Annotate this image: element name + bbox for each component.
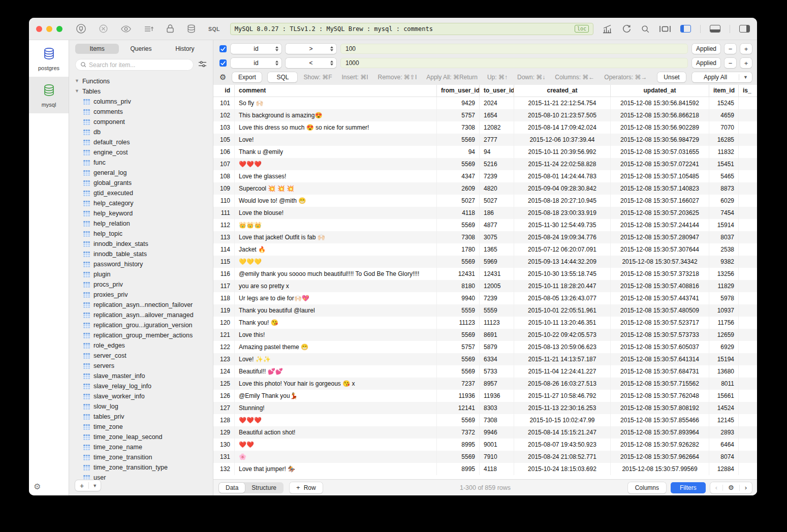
cell-comment[interactable]: Love that jumper! 🏇 (235, 463, 437, 475)
cell-updated_at[interactable]: 2015-12-08 15:30:57.808192 (611, 402, 709, 414)
cell-to_user_id[interactable]: 186 (480, 207, 514, 219)
connection-address-bar[interactable]: MySQL 8.0.27 : TLSv1.2 : MySQL Brew : my… (230, 23, 593, 35)
cell-item_id[interactable]: 7454 (709, 207, 739, 219)
cell-created_at[interactable]: 2015-08-26 16:03:27.513 (514, 378, 611, 390)
table-row[interactable]: 108Love the glasses!434772392015-08-01 1… (213, 170, 757, 182)
sidebar-table-item[interactable]: replication_grou...iguration_version (75, 320, 213, 330)
cell-created_at[interactable]: 2015-09-13 14:44:32.209 (514, 256, 611, 268)
cell-updated_at[interactable]: 2015-12-08 15:30:57.373218 (611, 268, 709, 280)
sidebar-table-item[interactable]: slave_relay_log_info (75, 381, 213, 391)
cell-item_id[interactable]: 8011 (709, 378, 739, 390)
minimize-window-button[interactable] (46, 26, 52, 32)
sidebar-table-item[interactable]: password_history (75, 259, 213, 269)
cell-from_user_id[interactable]: 5027 (437, 195, 480, 207)
cell-item_id[interactable]: 5465 (709, 170, 739, 182)
cell-created_at[interactable]: 2015-08-18 23:00:33.919 (514, 207, 611, 219)
column-header-id[interactable]: id (213, 85, 235, 97)
add-item-button[interactable]: + ▼ (75, 480, 101, 491)
cell-comment[interactable]: Thank you! 😘 (235, 317, 437, 329)
cell-to_user_id[interactable]: 7239 (480, 170, 514, 182)
cell-comment[interactable]: 🌸 (235, 451, 437, 463)
sidebar-table-item[interactable]: help_category (75, 198, 213, 208)
filters-button[interactable]: Filters (671, 482, 706, 493)
add-filter-button[interactable]: + (740, 44, 752, 54)
cell-id[interactable]: 117 (213, 280, 235, 292)
table-row[interactable]: 103Love this dress so much 😍 so nice for… (213, 121, 757, 134)
cell-item_id[interactable]: 12145 (709, 414, 739, 426)
lock-icon[interactable] (166, 24, 174, 34)
cell-comment[interactable]: Love! (235, 134, 437, 146)
cell-to_user_id[interactable]: 3075 (480, 231, 514, 243)
cell-is_[interactable] (739, 146, 757, 158)
cell-item_id[interactable]: 15451 (709, 158, 739, 170)
table-row[interactable]: 128❤️❤️❤️556973082015-10-15 10:02:47.992… (213, 414, 757, 426)
cell-created_at[interactable]: 2015-08-10 21:23:57.505 (514, 109, 611, 121)
cell-created_at[interactable]: 2015-08-01 14:24:44.783 (514, 170, 611, 182)
cell-from_user_id[interactable]: 7308 (437, 231, 480, 243)
close-window-button[interactable] (36, 26, 42, 32)
cell-created_at[interactable]: 2015-11-04 12:24:41.227 (514, 365, 611, 378)
cell-item_id[interactable]: 11829 (709, 280, 739, 292)
cell-id[interactable]: 105 (213, 134, 235, 146)
cell-id[interactable]: 109 (213, 182, 235, 195)
cell-from_user_id[interactable]: 5569 (437, 353, 480, 365)
sql-editor-icon[interactable]: SQL (208, 26, 220, 32)
sidebar-table-item[interactable]: time_zone_name (75, 442, 213, 452)
cell-to_user_id[interactable]: 4820 (480, 182, 514, 195)
sidebar-table-item[interactable]: server_cost (75, 351, 213, 361)
cell-comment[interactable]: Love! ✨✨ (235, 353, 437, 365)
cell-created_at[interactable]: 2015-10-22 09:42:05.573 (514, 329, 611, 341)
cell-id[interactable]: 123 (213, 353, 235, 365)
toggle-left-panel-icon[interactable] (680, 25, 691, 33)
cell-updated_at[interactable]: 2015-12-08 15:30:56.902289 (611, 121, 709, 134)
cell-updated_at[interactable]: 2015-12-08 15:30:57.480509 (611, 304, 709, 317)
cell-comment[interactable]: @Emily Thank you💃 (235, 390, 437, 402)
cell-id[interactable]: 108 (213, 170, 235, 182)
cell-is_[interactable] (739, 268, 757, 280)
cell-updated_at[interactable]: 2015-12-08 15:30:57.307644 (611, 243, 709, 256)
cell-comment[interactable]: Love the glasses! (235, 170, 437, 182)
search-icon[interactable] (641, 24, 650, 34)
export-button[interactable]: Export (232, 72, 262, 82)
cell-created_at[interactable]: 2015-11-30 12:54:49.735 (514, 219, 611, 231)
cell-from_user_id[interactable]: 5569 (437, 451, 480, 463)
cell-is_[interactable] (739, 207, 757, 219)
cell-id[interactable]: 131 (213, 451, 235, 463)
toggle-bottom-panel-icon[interactable] (710, 25, 720, 33)
cell-item_id[interactable]: 11832 (709, 146, 739, 158)
column-header-from_user_id[interactable]: from_user_id (437, 85, 480, 97)
cell-comment[interactable]: you are so pretty x (235, 280, 437, 292)
cell-from_user_id[interactable]: 5559 (437, 304, 480, 317)
sidebar-table-item[interactable]: procs_priv (75, 279, 213, 290)
sidebar-table-item[interactable]: component (75, 117, 213, 127)
cell-to_user_id[interactable]: 12082 (480, 121, 514, 134)
cell-updated_at[interactable]: 2015-12-08 15:30:57.855466 (611, 414, 709, 426)
connection-mysql[interactable]: mysql (29, 77, 69, 113)
cell-is_[interactable] (739, 341, 757, 353)
table-row[interactable]: 122Amazing pastel theme 😁575758792015-08… (213, 341, 757, 353)
cell-is_[interactable] (739, 158, 757, 170)
tab-queries[interactable]: Queries (119, 44, 163, 54)
sidebar-table-item[interactable]: time_zone_transition_type (75, 462, 213, 473)
sidebar-table-item[interactable]: replication_group_member_actions (75, 330, 213, 340)
add-row-button[interactable]: + Row (290, 482, 323, 493)
sidebar-table-item[interactable]: tables_priv (75, 412, 213, 422)
connection-icon[interactable] (76, 23, 86, 34)
cell-updated_at[interactable]: 2015-12-08 15:30:57.140823 (611, 182, 709, 195)
table-row[interactable]: 119Thank you beautiful @laurel5559555920… (213, 304, 757, 317)
cell-to_user_id[interactable]: 8691 (480, 329, 514, 341)
cell-is_[interactable] (739, 402, 757, 414)
cell-from_user_id[interactable]: 8995 (437, 439, 480, 451)
cell-from_user_id[interactable]: 4347 (437, 170, 480, 182)
cell-item_id[interactable]: 6929 (709, 341, 739, 353)
commit-list-icon[interactable] (144, 24, 154, 34)
cell-to_user_id[interactable]: 2777 (480, 134, 514, 146)
cell-item_id[interactable]: 9382 (709, 256, 739, 268)
cell-to_user_id[interactable]: 4877 (480, 219, 514, 231)
table-row[interactable]: 113Love that jacket! Outfit is fab 🙌🏻730… (213, 231, 757, 243)
sidebar-table-item[interactable]: plugin (75, 269, 213, 279)
sidebar-table-item[interactable]: replication_asyn...ailover_managed (75, 310, 213, 320)
cell-created_at[interactable]: 2015-10-24 18:15:03.692 (514, 463, 611, 475)
cell-updated_at[interactable]: 2015-12-08 15:30:57.605037 (611, 341, 709, 353)
cell-to_user_id[interactable]: 12005 (480, 280, 514, 292)
